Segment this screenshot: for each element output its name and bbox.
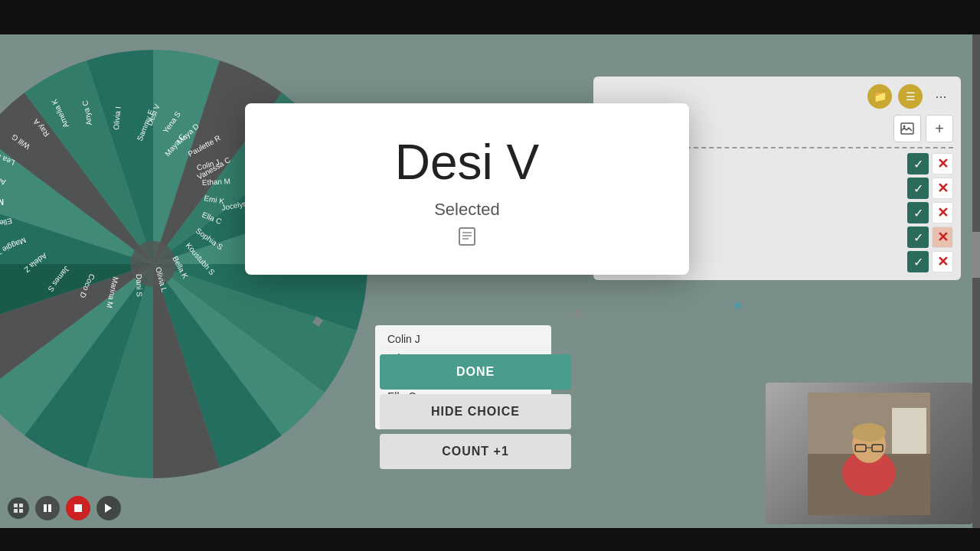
main-area: Jocelyn E Vanessa C Maya C Sammy E Olivi… [0,34,980,528]
notes-icon [276,226,658,252]
selected-name: Desi V [276,134,658,191]
count-button[interactable]: COUNT +1 [380,434,571,469]
letterbox-bottom [0,528,980,551]
letterbox-top [0,0,980,34]
modal-buttons: DONE HIDE CHOICE COUNT +1 [380,354,571,469]
svg-rect-35 [459,228,475,245]
done-button[interactable]: DONE [380,354,571,390]
modal-card: Desi V Selected [245,103,689,275]
hide-choice-button[interactable]: HIDE CHOICE [380,394,571,429]
selected-label: Selected [276,200,658,220]
